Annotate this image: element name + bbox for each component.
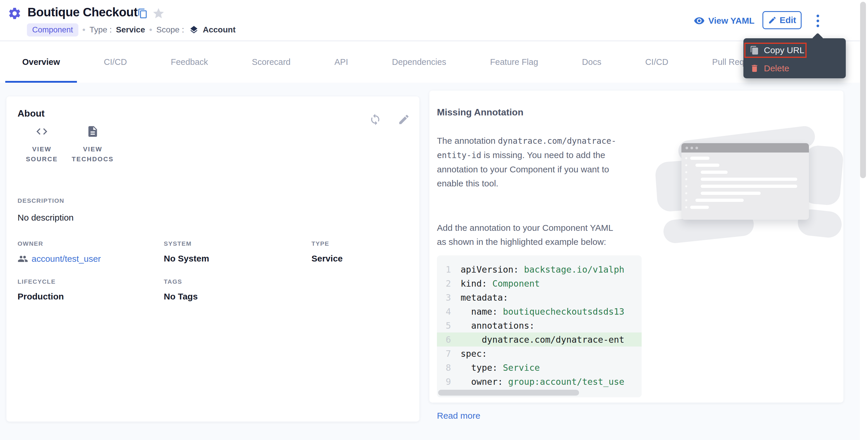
menu-item-delete[interactable]: Delete — [750, 61, 789, 76]
entity-page: Boutique Checkout Component • Type : Ser… — [0, 0, 868, 440]
code-line-8: 8 type: Service — [437, 361, 642, 375]
tab-dependencies[interactable]: Dependencies — [392, 41, 446, 83]
read-more-link[interactable]: Read more — [437, 411, 480, 421]
page-header: Boutique Checkout Component • Type : Ser… — [0, 0, 868, 41]
code-line-1: 1apiVersion: backstage.io/v1alph — [437, 262, 642, 276]
tab-feedback[interactable]: Feedback — [171, 41, 208, 83]
type-field-value: Service — [311, 253, 343, 264]
code-line-3: 3metadata: — [437, 291, 642, 304]
entity-meta-row: Component • Type : Service • Scope : Acc… — [27, 23, 236, 36]
view-techdocs-link[interactable]: VIEWTECHDOCS — [62, 125, 123, 164]
entity-tabs: Overview CI/CD Feedback Scorecard API De… — [0, 41, 868, 83]
eye-icon — [694, 15, 705, 26]
code-horizontal-scrollbar[interactable] — [438, 390, 579, 396]
system-label: SYSTEM — [164, 240, 191, 247]
code-line-7: 7spec: — [437, 346, 642, 361]
tags-label: TAGS — [164, 278, 182, 285]
code-line-9: 9 owner: group:account/test_use — [437, 375, 642, 388]
code-icon — [35, 125, 48, 138]
illustration-window-titlebar — [681, 143, 809, 153]
yaml-code-lines: 1apiVersion: backstage.io/v1alph 2kind: … — [437, 262, 642, 388]
type-field-label: TYPE — [311, 240, 329, 247]
lifecycle-label: LIFECYCLE — [18, 278, 56, 285]
more-options-kebab-icon[interactable] — [812, 12, 824, 30]
view-yaml-button[interactable]: View YAML — [694, 15, 754, 26]
view-techdocs-label-1: VIEW — [62, 144, 123, 154]
type-label: Type : — [90, 25, 112, 34]
scope-layers-icon — [189, 25, 198, 34]
edit-button[interactable]: Edit — [763, 11, 802, 29]
trash-icon — [750, 64, 759, 73]
copy-name-icon[interactable] — [137, 8, 148, 19]
code-window-illustration — [660, 132, 842, 240]
annotation-instruction: Add the annotation to your Component YAM… — [437, 221, 617, 249]
tags-value: No Tags — [164, 292, 198, 302]
lifecycle-value: Production — [18, 292, 64, 302]
tab-docs[interactable]: Docs — [582, 41, 601, 83]
refresh-icon[interactable] — [369, 113, 381, 126]
missing-annotation-title: Missing Annotation — [437, 107, 524, 118]
owner-link[interactable]: account/test_user — [18, 253, 101, 264]
scope-label: Scope : — [156, 25, 184, 34]
scope-value: Account — [203, 25, 236, 34]
tab-cicd-2[interactable]: CI/CD — [645, 41, 668, 83]
code-line-5: 5 annotations: — [437, 318, 642, 333]
code-line-4: 4 name: boutiquecheckoutsdsds13 — [437, 304, 642, 318]
illustration-window — [681, 143, 809, 220]
delete-label: Delete — [764, 63, 789, 73]
type-value: Service — [116, 25, 145, 34]
tab-cicd[interactable]: CI/CD — [104, 41, 127, 83]
favorite-star-icon[interactable] — [152, 7, 165, 20]
about-card: About VIEWSOURCE VIEWTECHDOCS DESCRIPTIO… — [6, 96, 420, 421]
owner-label: OWNER — [18, 240, 43, 247]
edit-about-pencil-icon[interactable] — [398, 113, 410, 126]
copy-url-highlight-annotation — [744, 43, 807, 58]
separator-dot: • — [83, 25, 86, 35]
tab-overview[interactable]: Overview — [22, 41, 60, 83]
group-people-icon — [18, 253, 28, 264]
edit-button-label: Edit — [780, 15, 796, 25]
document-icon — [86, 125, 99, 138]
component-gear-icon — [8, 6, 22, 21]
pencil-icon — [768, 16, 777, 25]
page-title: Boutique Checkout — [28, 5, 138, 19]
description-label: DESCRIPTION — [18, 197, 64, 204]
yaml-code-block: 1apiVersion: backstage.io/v1alph 2kind: … — [437, 256, 642, 397]
page-scrollbar-thumb[interactable] — [860, 2, 866, 178]
missing-annotation-paragraph: The annotation dynatrace.com/dynatrace-e… — [437, 134, 624, 191]
separator-dot: • — [149, 25, 152, 35]
code-line-2: 2kind: Component — [437, 276, 642, 291]
owner-value: account/test_user — [32, 254, 101, 264]
missing-annotation-card: Missing Annotation The annotation dynatr… — [429, 91, 843, 403]
system-value: No System — [164, 253, 209, 264]
tab-api[interactable]: API — [334, 41, 348, 83]
description-value: No description — [18, 213, 74, 223]
kind-chip: Component — [27, 23, 79, 36]
about-title: About — [18, 108, 44, 119]
tab-scorecard[interactable]: Scorecard — [252, 41, 290, 83]
code-line-6-highlighted: 6 dynatrace.com/dynatrace-ent — [437, 333, 642, 346]
view-yaml-label: View YAML — [708, 16, 754, 26]
tab-feature-flag[interactable]: Feature Flag — [490, 41, 538, 83]
view-techdocs-label-2: TECHDOCS — [62, 154, 123, 164]
